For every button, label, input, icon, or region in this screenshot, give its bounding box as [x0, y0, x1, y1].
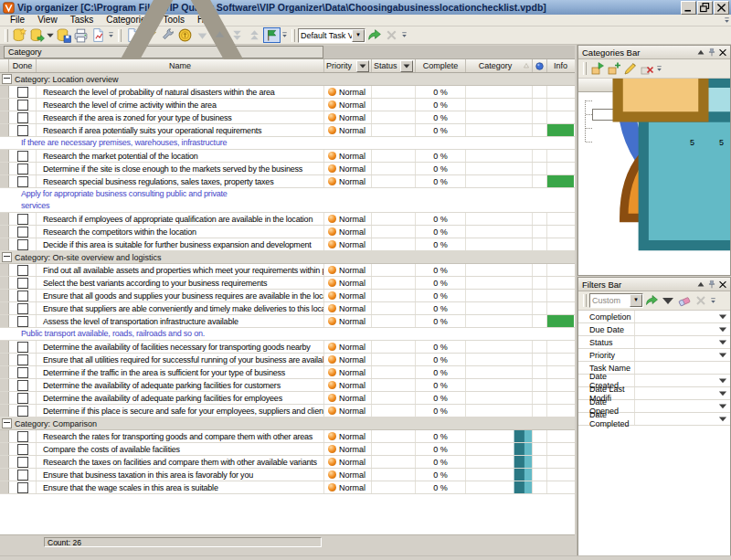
filter-dropdown-button[interactable]: [717, 337, 728, 347]
task-row[interactable]: Assess the level of transportation infra…: [0, 315, 575, 328]
open-database-button[interactable]: [28, 27, 46, 43]
task-row[interactable]: Ensure that all utilities required for s…: [0, 354, 575, 366]
toolbar-grip[interactable]: [5, 29, 8, 42]
collapse-group-button[interactable]: [2, 74, 12, 84]
group-row[interactable]: Category: On-site overview and logistics: [0, 251, 575, 264]
task-row[interactable]: Research the market potential of the loc…: [0, 150, 575, 163]
done-checkbox[interactable]: [17, 482, 28, 493]
apply-filter-dropdown[interactable]: [660, 293, 676, 308]
done-checkbox[interactable]: [17, 291, 28, 301]
task-row[interactable]: Research the rates for transporting good…: [0, 430, 575, 443]
categories-overflow-chevron[interactable]: [655, 63, 663, 75]
move-up-button[interactable]: [211, 27, 228, 43]
minimize-button[interactable]: [681, 1, 696, 15]
done-checkbox[interactable]: [17, 125, 28, 136]
filters-overflow-chevron[interactable]: [709, 295, 717, 307]
done-checkbox[interactable]: [17, 239, 28, 250]
filter-dropdown-button[interactable]: [717, 388, 728, 398]
done-checkbox[interactable]: [17, 151, 28, 162]
filters-pin-button[interactable]: [706, 280, 717, 290]
edit-category-button[interactable]: [622, 61, 639, 76]
done-checkbox[interactable]: [17, 87, 28, 98]
filter-dropdown-button[interactable]: [717, 312, 728, 322]
categories-pin-button[interactable]: [706, 48, 717, 58]
done-checkbox[interactable]: [17, 278, 28, 289]
filter-dropdown-button[interactable]: [717, 375, 728, 386]
tree-item[interactable]: Comparison55: [578, 135, 730, 149]
group-by-category-tab[interactable]: Category: [4, 46, 323, 58]
column-header-complete[interactable]: Complete: [416, 59, 466, 72]
new-database-button[interactable]: [11, 27, 28, 43]
filters-close-button[interactable]: [717, 280, 728, 290]
done-checkbox[interactable]: [17, 393, 28, 404]
filter-row[interactable]: Due Date: [578, 323, 730, 336]
delete-filter-button[interactable]: [693, 293, 709, 308]
done-checkbox[interactable]: [17, 112, 28, 123]
task-row[interactable]: Determine the availability of adequate p…: [0, 392, 575, 405]
collapse-group-button[interactable]: [2, 252, 12, 262]
toolbar-grip[interactable]: [583, 294, 587, 307]
restore-button[interactable]: [697, 1, 713, 15]
done-checkbox[interactable]: [17, 100, 28, 111]
task-row[interactable]: Research the competitors within the loca…: [0, 226, 575, 238]
add-category-button[interactable]: [589, 61, 606, 76]
filter-preset-combobox[interactable]: Custom ▾: [589, 293, 643, 308]
filter-dropdown-button[interactable]: [717, 324, 728, 334]
done-checkbox[interactable]: [17, 176, 28, 187]
task-row[interactable]: Find out all available assets and proper…: [0, 264, 575, 277]
task-row[interactable]: Compare the costs of available facilitie…: [0, 443, 575, 456]
task-row[interactable]: Ensure that business taxation in this ar…: [0, 469, 575, 481]
clear-filter-button[interactable]: [676, 293, 693, 308]
filters-collapse-button[interactable]: [695, 280, 706, 290]
task-row[interactable]: Research if employees of appropriate qua…: [0, 213, 575, 226]
done-checkbox[interactable]: [17, 342, 28, 353]
column-header-priority[interactable]: Priority: [324, 59, 372, 72]
task-row[interactable]: Determine if this place is secure and sa…: [0, 405, 575, 417]
done-checkbox[interactable]: [17, 316, 28, 327]
collapse-group-button[interactable]: [2, 418, 12, 428]
task-row[interactable]: Research the taxes on facilities and com…: [0, 456, 575, 469]
group-row[interactable]: Category: Location overview: [0, 73, 575, 86]
apply-view-button[interactable]: [366, 27, 383, 43]
done-checkbox[interactable]: [17, 354, 28, 365]
filter-row[interactable]: Priority: [578, 349, 730, 362]
toolbar-overflow-chevron-3[interactable]: [400, 29, 408, 41]
column-header-info-dot[interactable]: [533, 59, 547, 72]
column-header-info[interactable]: Info: [547, 59, 574, 72]
add-subcategory-button[interactable]: [606, 61, 622, 76]
task-row[interactable]: Determine if the site is close enough to…: [0, 163, 575, 175]
task-row[interactable]: Decide if this area is suitable for furt…: [0, 238, 575, 251]
filter-row[interactable]: Date Completed: [578, 413, 730, 426]
categories-close-button[interactable]: [717, 48, 728, 58]
filter-preset-dropdown-arrow[interactable]: ▾: [630, 294, 642, 307]
task-row[interactable]: Research special business regulations, s…: [0, 175, 575, 188]
task-row[interactable]: Ensure that the wage scales in this area…: [0, 481, 575, 494]
done-checkbox[interactable]: [17, 457, 28, 468]
delete-category-button[interactable]: [639, 61, 655, 76]
apply-filter-button[interactable]: [643, 293, 660, 308]
task-row[interactable]: Determine the availability of facilities…: [0, 341, 575, 354]
done-checkbox[interactable]: [17, 470, 28, 481]
group-row[interactable]: Category: Comparison: [0, 417, 575, 430]
done-checkbox[interactable]: [17, 444, 28, 455]
categories-collapse-button[interactable]: [695, 48, 706, 58]
priority-filter-button[interactable]: [356, 60, 369, 72]
task-row[interactable]: Select the best variants according to yo…: [0, 277, 575, 290]
column-header-name[interactable]: Name: [37, 59, 324, 72]
clear-view-button[interactable]: [383, 27, 400, 43]
toolbar-grip[interactable]: [583, 62, 587, 75]
task-row[interactable]: Determine if the traffic in the area is …: [0, 366, 575, 379]
done-checkbox[interactable]: [17, 406, 28, 417]
done-checkbox[interactable]: [17, 431, 28, 442]
task-row[interactable]: Research the level of crime activity wit…: [0, 99, 575, 111]
done-checkbox[interactable]: [17, 380, 28, 391]
task-row[interactable]: Ensure that all goods and supplies your …: [0, 290, 575, 302]
done-checkbox[interactable]: [17, 367, 28, 378]
filter-row[interactable]: Completion: [578, 311, 730, 323]
done-checkbox[interactable]: [17, 227, 28, 238]
done-checkbox[interactable]: [17, 214, 28, 225]
column-header-status[interactable]: Status: [372, 59, 416, 72]
status-filter-button[interactable]: [400, 60, 413, 72]
task-view-dropdown-arrow[interactable]: ▾: [352, 29, 365, 42]
filter-dropdown-button[interactable]: [717, 414, 728, 424]
